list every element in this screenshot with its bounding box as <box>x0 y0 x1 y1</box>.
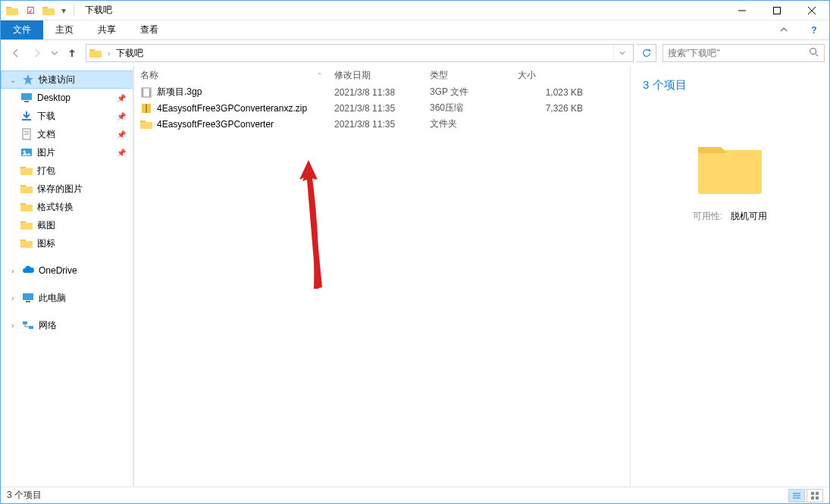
pin-icon: 📌 <box>117 94 126 102</box>
folder-icon <box>20 164 33 177</box>
folder-icon <box>140 118 152 130</box>
pin-icon: 📌 <box>117 149 126 157</box>
svg-marker-12 <box>23 74 33 85</box>
sidebar-network[interactable]: › 网络 <box>1 316 133 334</box>
breadcrumb-location[interactable]: 下载吧 <box>116 47 143 60</box>
status-text: 3 个项目 <box>7 489 42 502</box>
file-row[interactable]: 新项目.3gp 2021/3/8 11:38 3GP 文件 1,023 KB <box>134 84 630 100</box>
back-button[interactable] <box>5 43 27 63</box>
svg-rect-9 <box>89 51 102 58</box>
tab-share[interactable]: 共享 <box>86 20 128 39</box>
sidebar-this-pc[interactable]: › 此电脑 <box>1 289 133 307</box>
file-size: 7,326 KB <box>512 103 595 114</box>
column-name[interactable]: 名称⌃ <box>134 66 328 84</box>
navigation-pane: ⌄ 快速访问 Desktop 📌 下载 📌 文档 📌 图片 📌 <box>1 66 134 487</box>
folder-icon <box>20 201 33 213</box>
search-input[interactable] <box>668 48 809 58</box>
file-size: 1,023 KB <box>512 87 595 98</box>
sidebar-label: 图片 <box>37 146 55 159</box>
view-icons-button[interactable] <box>807 489 823 502</box>
network-icon <box>22 319 34 331</box>
file-name: 新项目.3gp <box>157 86 202 99</box>
breadcrumb-separator-icon[interactable]: › <box>106 49 111 58</box>
column-date[interactable]: 修改日期 <box>328 66 424 84</box>
ribbon-tabs: 文件 主页 共享 查看 ? <box>1 20 829 40</box>
qat-dropdown-icon[interactable]: ▾ <box>58 2 69 19</box>
sidebar-label: 文档 <box>37 128 55 141</box>
chevron-right-icon[interactable]: › <box>8 294 17 302</box>
search-icon[interactable] <box>809 47 819 60</box>
sort-indicator-icon: ⌃ <box>317 72 322 79</box>
chevron-right-icon[interactable]: › <box>8 321 17 330</box>
sidebar-item-pictures[interactable]: 图片 📌 <box>1 143 133 161</box>
sidebar-item-folder-2[interactable]: 保存的图片 <box>1 180 133 198</box>
file-date: 2021/3/8 11:35 <box>328 119 424 130</box>
qat-folder-icon[interactable] <box>40 2 57 19</box>
sidebar-item-downloads[interactable]: 下载 📌 <box>1 107 133 125</box>
file-date: 2021/3/8 11:38 <box>328 87 424 98</box>
sidebar-label: 保存的图片 <box>37 183 83 196</box>
sidebar-quick-access[interactable]: ⌄ 快速访问 <box>1 70 133 89</box>
navigation-bar: › 下载吧 <box>1 40 829 66</box>
file-list: 名称⌃ 修改日期 类型 大小 新项目.3gp 2021/3/8 11:38 3G… <box>134 66 630 487</box>
chevron-down-icon[interactable]: ⌄ <box>8 76 17 84</box>
pin-icon: 📌 <box>117 130 126 139</box>
svg-rect-39 <box>146 104 147 113</box>
file-row[interactable]: 4EasysoftFree3GPConverteranxz.zip 2021/3… <box>134 100 630 116</box>
svg-rect-31 <box>23 293 33 300</box>
tab-view[interactable]: 查看 <box>128 20 171 39</box>
sidebar-item-folder-4[interactable]: 截图 <box>1 216 133 234</box>
recent-locations-button[interactable] <box>48 43 61 63</box>
maximize-button[interactable] <box>760 1 794 20</box>
close-button[interactable] <box>794 1 829 20</box>
qat-check-icon[interactable]: ☑ <box>22 2 39 19</box>
sidebar-item-folder-5[interactable]: 图标 <box>1 234 133 252</box>
window-folder-icon[interactable] <box>4 2 20 19</box>
search-box[interactable] <box>662 44 825 62</box>
sidebar-item-desktop[interactable]: Desktop 📌 <box>1 89 133 107</box>
annotation-arrow <box>293 160 339 296</box>
chevron-right-icon[interactable]: › <box>8 267 17 275</box>
title-bar: ☑ ▾ 下载吧 <box>1 1 829 20</box>
refresh-button[interactable] <box>637 44 656 62</box>
tab-home[interactable]: 主页 <box>43 20 86 39</box>
forward-button[interactable] <box>27 43 48 63</box>
tab-file[interactable]: 文件 <box>1 20 43 39</box>
availability: 可用性: 脱机可用 <box>643 210 817 223</box>
sidebar-onedrive[interactable]: › OneDrive <box>1 261 133 280</box>
svg-rect-28 <box>20 223 33 230</box>
address-folder-icon <box>89 47 102 59</box>
pin-icon: 📌 <box>117 112 126 121</box>
column-size[interactable]: 大小 <box>512 66 595 84</box>
sidebar-item-folder-3[interactable]: 格式转换 <box>1 198 133 216</box>
sidebar-label-this-pc: 此电脑 <box>39 292 66 305</box>
column-type[interactable]: 类型 <box>424 66 512 84</box>
sidebar-label: 打包 <box>37 164 55 177</box>
cloud-icon <box>22 265 34 277</box>
sidebar-item-documents[interactable]: 文档 📌 <box>1 125 133 143</box>
sidebar-item-folder-1[interactable]: 打包 <box>1 161 133 180</box>
up-button[interactable] <box>61 43 83 63</box>
minimize-button[interactable] <box>725 1 760 20</box>
sidebar-label-network: 网络 <box>39 319 57 332</box>
status-bar: 3 个项目 <box>1 487 829 503</box>
file-date: 2021/3/8 11:35 <box>328 103 424 114</box>
ribbon-expand-icon[interactable] <box>769 20 799 40</box>
svg-rect-1 <box>6 8 18 15</box>
view-details-button[interactable] <box>788 489 805 502</box>
svg-rect-36 <box>143 89 143 96</box>
address-bar[interactable]: › 下载吧 <box>86 44 634 62</box>
svg-rect-5 <box>774 7 781 14</box>
sidebar-label-onedrive: OneDrive <box>39 265 77 276</box>
details-title: 3 个项目 <box>643 78 817 92</box>
folder-icon <box>20 219 33 231</box>
zip-file-icon <box>140 102 152 114</box>
address-dropdown-icon[interactable] <box>613 45 630 61</box>
svg-rect-24 <box>20 186 33 193</box>
file-type: 文件夹 <box>424 117 512 130</box>
svg-rect-49 <box>816 496 819 499</box>
help-button[interactable]: ? <box>799 20 829 40</box>
file-row[interactable]: 4EasysoftFree3GPConverter 2021/3/8 11:35… <box>134 116 630 132</box>
svg-line-11 <box>816 53 819 56</box>
svg-rect-37 <box>149 89 150 96</box>
